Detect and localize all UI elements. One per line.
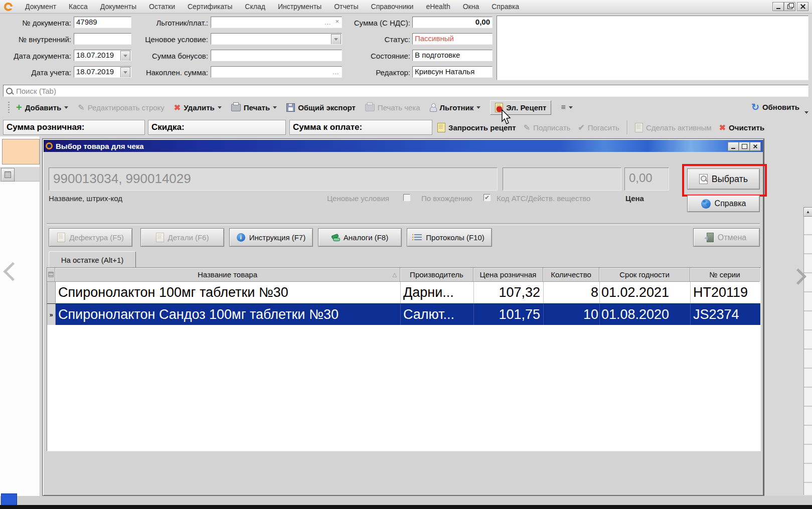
window-close-button[interactable] — [797, 2, 808, 11]
doc-date-value: 18.07.2019 — [76, 51, 114, 59]
add-button[interactable]: + Добавить — [16, 103, 68, 112]
menu-item-spravka[interactable]: Справка — [492, 3, 519, 11]
marker-column-header[interactable] — [47, 268, 55, 282]
protocols-icon — [414, 234, 422, 241]
analogs-button[interactable]: Аналоги (F8) — [318, 228, 402, 247]
column-header-price[interactable]: Цена розничная — [473, 268, 543, 282]
notes-area[interactable] — [497, 16, 808, 80]
menu-item-kassa[interactable]: Касса — [69, 3, 88, 11]
menu-item-ehealth[interactable]: eHealth — [426, 3, 450, 11]
search-icon — [6, 88, 13, 94]
grid-icon — [5, 172, 11, 178]
cancel-button[interactable]: Отмена — [693, 228, 760, 247]
redeem-button[interactable]: ✔ Погасить — [578, 123, 619, 132]
left-panel-peach-cell[interactable] — [2, 139, 40, 164]
cell-series: JS2374 — [691, 304, 760, 325]
left-panel-grid-button[interactable] — [1, 168, 15, 182]
window-restore-button[interactable] — [784, 2, 795, 11]
dialog-maximize-button[interactable] — [739, 142, 750, 151]
cell-manufacturer: Дарни... — [401, 282, 474, 303]
menu-item-certificates[interactable]: Сертификаты — [188, 3, 232, 11]
accumulated-sum-field[interactable]: … — [211, 66, 342, 78]
menu-item-spravochniki[interactable]: Справочники — [371, 3, 414, 11]
dialog-title-bar[interactable]: Выбор товара для чека — [44, 140, 763, 152]
dialog-title: Выбор товара для чека — [56, 142, 144, 150]
instruction-button[interactable]: iИнструкция (F7) — [229, 228, 313, 247]
menu-item-instruments[interactable]: Инструменты — [278, 3, 321, 11]
cell-expiry: 01.02.2021 — [600, 282, 691, 303]
product-search-input[interactable]: 990013034, 990014029 — [49, 167, 498, 191]
beneficiary-ellipsis-icon[interactable]: … — [324, 20, 332, 25]
price-input[interactable]: 0,00 — [624, 167, 669, 191]
refresh-dropdown-icon[interactable] — [804, 111, 808, 114]
sign-button[interactable]: ✎ Подписать — [524, 123, 571, 132]
video-border — [0, 505, 812, 509]
toolbar-drag-handle[interactable] — [8, 102, 10, 113]
column-header-name[interactable]: Название товара △ — [55, 268, 400, 282]
bonus-sum-field[interactable] — [211, 50, 342, 61]
column-header-expiry[interactable]: Срок годности — [599, 268, 690, 282]
by-entry-checkbox[interactable]: ✔ — [483, 194, 491, 201]
mouse-cursor — [501, 109, 513, 125]
price-condition-dropdown-icon[interactable] — [331, 34, 341, 45]
table-header-row: Название товара △ Производитель Цена роз… — [47, 268, 760, 282]
doc-number-field[interactable]: 47989 — [74, 17, 131, 28]
print-receipt-button[interactable]: Печать чека — [365, 103, 420, 112]
menu-item-documents[interactable]: Документы — [100, 3, 136, 11]
dialog-minimize-button[interactable] — [728, 142, 739, 151]
right-row-strip[interactable] — [803, 216, 812, 495]
details-icon — [156, 233, 164, 242]
select-button[interactable]: Выбрать — [687, 168, 760, 190]
delete-button[interactable]: ✖ Удалить — [174, 103, 222, 112]
column-header-manufacturer[interactable]: Производитель — [400, 268, 473, 282]
defect-button[interactable]: Дефектура (F5) — [49, 228, 132, 247]
printer-icon — [231, 104, 241, 111]
internal-number-field[interactable] — [74, 33, 131, 45]
edit-row-button[interactable]: ✎ Редактировать строку — [78, 103, 164, 112]
menu-item-okna[interactable]: Окна — [463, 3, 479, 11]
menu-item-document[interactable]: Документ — [25, 3, 56, 11]
clear-button[interactable]: ✖ Очистить — [719, 123, 764, 132]
column-header-series[interactable]: № серии — [690, 268, 759, 282]
checkmark-icon: ✔ — [484, 195, 490, 201]
status-label: Статус: — [353, 35, 410, 44]
account-date-value: 18.07.2019 — [76, 67, 114, 76]
search-bar[interactable]: Поиск (Tab) — [3, 85, 808, 97]
table-row-selected[interactable]: » Спиронолактон Сандоз 100мг таблетки №3… — [47, 303, 760, 325]
export-button[interactable]: Общий экспорт — [286, 103, 356, 112]
menu-item-ostatki[interactable]: Остатки — [149, 3, 175, 11]
price-conditions-checkbox[interactable] — [403, 194, 410, 201]
doc-date-field[interactable]: 18.07.2019 — [74, 50, 131, 61]
state-field: В подготовке — [412, 50, 493, 61]
sort-ascending-icon: △ — [393, 271, 397, 278]
tab-on-stock[interactable]: На остатке (Alt+1) — [49, 251, 136, 269]
account-date-field[interactable]: 18.07.2019 — [74, 66, 131, 78]
menu-item-otchety[interactable]: Отчеты — [334, 3, 358, 11]
beneficiary-clear-icon[interactable]: × — [335, 19, 340, 24]
beneficiary-field[interactable]: … × — [211, 17, 342, 28]
price-condition-field[interactable] — [211, 33, 342, 45]
help-button[interactable]: Справка — [687, 195, 760, 212]
window-minimize-button[interactable] — [772, 2, 784, 11]
account-date-dropdown-icon[interactable] — [120, 67, 130, 78]
accumulated-sum-ellipsis-icon[interactable]: … — [332, 69, 340, 74]
print-button[interactable]: Печать — [231, 103, 277, 112]
column-header-quantity[interactable]: Количество — [543, 268, 599, 282]
dialog-close-button[interactable] — [750, 142, 761, 151]
dialog-separator — [47, 223, 760, 225]
printer-receipt-icon — [365, 104, 375, 111]
menu-item-sklad[interactable]: Склад — [245, 3, 265, 11]
atc-code-input[interactable] — [503, 167, 621, 191]
list-menu-button[interactable]: ≡ — [561, 103, 572, 112]
refresh-button[interactable]: ↻ Обновить — [751, 103, 799, 111]
make-active-button[interactable]: Сделать активным — [635, 123, 712, 132]
cell-quantity: 8 — [544, 282, 600, 303]
table-row[interactable]: Спиронолактон 100мг таблетки №30 Дарни..… — [47, 282, 760, 303]
atc-code-label: Код АТС/Действ. вещество — [497, 194, 590, 203]
doc-date-dropdown-icon[interactable] — [120, 51, 130, 61]
beneficiary-button[interactable]: Льготник — [430, 103, 481, 112]
scroll-up-button[interactable]: ▲ — [803, 207, 812, 217]
details-button[interactable]: Детали (F6) — [140, 228, 224, 247]
by-entry-label: По вхождению — [421, 194, 472, 203]
protocols-button[interactable]: Протоколы (F10) — [407, 228, 492, 247]
